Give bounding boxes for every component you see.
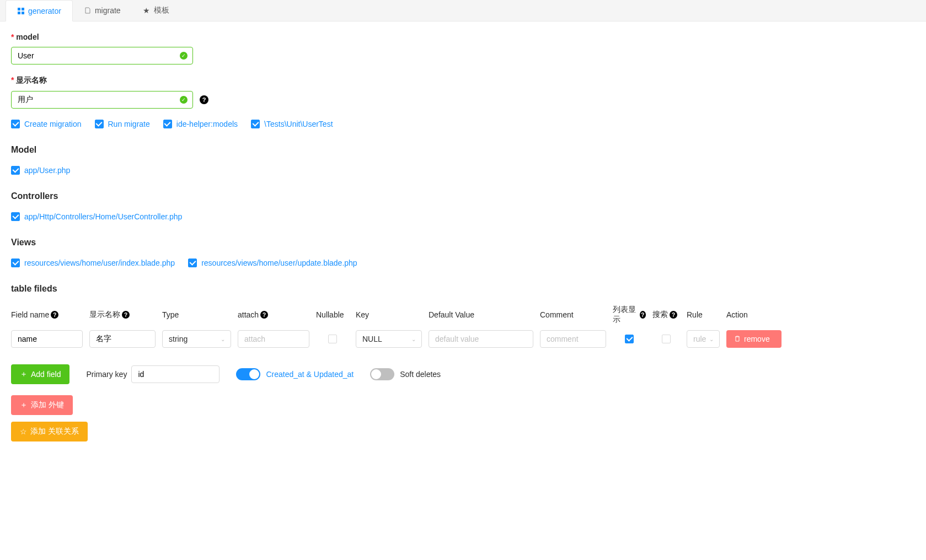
- add-relation-button[interactable]: ☆ 添加 关联关系: [11, 422, 88, 441]
- th-nullable: Nullable: [316, 310, 349, 319]
- search-checkbox[interactable]: [662, 335, 671, 343]
- help-icon[interactable]: ?: [670, 311, 677, 319]
- fieldname-input[interactable]: [11, 330, 83, 348]
- attach-input[interactable]: [238, 330, 309, 348]
- th-comment: Comment: [540, 310, 606, 319]
- ide-helper-checkbox[interactable]: [163, 120, 172, 128]
- th-key: Key: [356, 310, 422, 319]
- help-icon[interactable]: ?: [260, 311, 268, 319]
- th-list: 列表显示?: [613, 305, 646, 325]
- th-displayname: 显示名称?: [89, 310, 156, 320]
- svg-rect-1: [22, 8, 24, 10]
- th-fieldname: Field name?: [11, 310, 83, 319]
- tests-checkbox[interactable]: [251, 120, 260, 128]
- chevron-down-icon: ⌄: [221, 336, 225, 342]
- help-icon[interactable]: ?: [122, 311, 130, 319]
- display-name-label: 显示名称: [11, 76, 915, 85]
- plus-icon: ＋: [20, 400, 28, 410]
- th-type: Type: [162, 310, 231, 319]
- tab-label: 模板: [154, 6, 169, 15]
- trash-icon: [734, 335, 741, 343]
- nullable-checkbox[interactable]: [328, 335, 337, 343]
- svg-rect-3: [22, 12, 24, 14]
- controller-file-checkbox[interactable]: [11, 212, 20, 221]
- svg-rect-2: [18, 12, 20, 14]
- type-select[interactable]: string⌄: [162, 330, 231, 348]
- displayname-input[interactable]: [89, 330, 156, 348]
- table-row: string⌄ NULL⌄ rule⌄ remove: [11, 330, 915, 348]
- soft-deletes-switch[interactable]: [370, 368, 394, 380]
- file-icon: [84, 7, 92, 14]
- view-index-checkbox[interactable]: [11, 259, 20, 267]
- check-icon: ✓: [180, 52, 188, 60]
- th-search: 搜索?: [652, 310, 680, 320]
- tab-migrate[interactable]: migrate: [73, 0, 132, 21]
- checkbox-label[interactable]: \Tests\Unit\UserTest: [264, 120, 333, 128]
- model-input[interactable]: [11, 47, 193, 64]
- create-migration-checkbox[interactable]: [11, 120, 20, 128]
- svg-rect-0: [18, 8, 20, 10]
- help-icon[interactable]: ?: [51, 311, 58, 319]
- model-label: model: [11, 33, 915, 41]
- tab-generator[interactable]: generator: [6, 0, 73, 21]
- model-file-checkbox[interactable]: [11, 166, 20, 175]
- chevron-down-icon: ⌄: [411, 336, 416, 342]
- star-outline-icon: ☆: [20, 427, 27, 436]
- controllers-section-title: Controllers: [11, 191, 915, 201]
- defaultvalue-input[interactable]: [429, 330, 533, 348]
- checkbox-label[interactable]: Create migration: [24, 120, 82, 128]
- pk-label: Primary key: [86, 370, 127, 379]
- timestamps-label: Created_at & Updated_at: [266, 370, 354, 379]
- checkbox-label[interactable]: resources/views/home/user/update.blade.p…: [201, 259, 357, 267]
- th-default: Default Value: [429, 310, 533, 319]
- checkbox-label[interactable]: Run migrate: [108, 120, 150, 128]
- tab-template[interactable]: ★ 模板: [132, 0, 180, 21]
- timestamps-switch[interactable]: [236, 368, 260, 380]
- soft-deletes-label: Soft deletes: [400, 370, 441, 379]
- view-update-checkbox[interactable]: [188, 259, 197, 267]
- remove-button[interactable]: remove: [726, 330, 782, 348]
- help-icon[interactable]: ?: [200, 95, 208, 104]
- pk-input[interactable]: [131, 365, 220, 383]
- tab-label: migrate: [95, 6, 121, 15]
- checkbox-label[interactable]: ide-helper:models: [176, 120, 238, 128]
- checkbox-label[interactable]: app/Http/Controllers/Home/UserController…: [24, 212, 182, 221]
- run-migrate-checkbox[interactable]: [95, 120, 104, 128]
- add-fk-button[interactable]: ＋ 添加 外键: [11, 395, 73, 415]
- views-section-title: Views: [11, 238, 915, 247]
- model-section-title: Model: [11, 145, 915, 155]
- key-select[interactable]: NULL⌄: [356, 330, 422, 348]
- comment-input[interactable]: [540, 330, 606, 348]
- grid-icon: [17, 7, 25, 15]
- checkbox-label[interactable]: resources/views/home/user/index.blade.ph…: [24, 259, 175, 267]
- rule-select[interactable]: rule⌄: [687, 330, 720, 348]
- th-attach: attach?: [238, 310, 309, 319]
- table-fields-title: table fileds: [11, 284, 915, 294]
- star-icon: ★: [143, 7, 151, 14]
- th-action: Action: [726, 310, 782, 319]
- tab-label: generator: [28, 7, 61, 15]
- list-checkbox[interactable]: [625, 335, 634, 343]
- th-rule: Rule: [687, 310, 720, 319]
- help-icon[interactable]: ?: [640, 311, 646, 319]
- check-icon: ✓: [180, 96, 188, 104]
- plus-icon: ＋: [20, 369, 28, 379]
- display-name-input[interactable]: [11, 91, 193, 109]
- chevron-down-icon: ⌄: [709, 336, 714, 342]
- add-field-button[interactable]: ＋ Add field: [11, 364, 69, 384]
- checkbox-label[interactable]: app/User.php: [24, 166, 70, 175]
